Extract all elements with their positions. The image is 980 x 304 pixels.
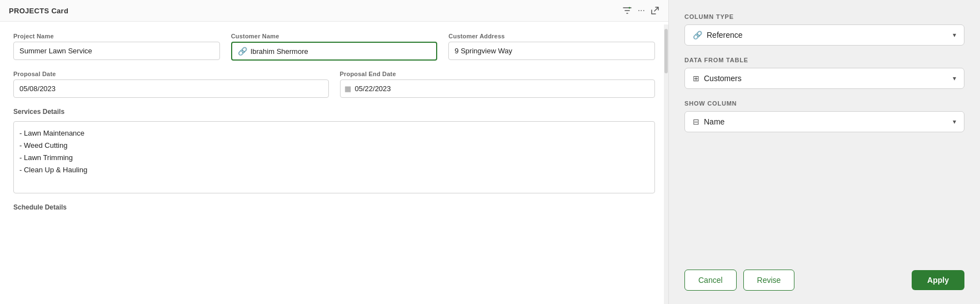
form-row-2: Proposal Date Proposal End Date ▦ [13, 71, 655, 98]
customer-name-label: Customer Name [231, 33, 438, 39]
name-grid-icon: ⊟ [693, 117, 699, 126]
show-column-value: Name [704, 117, 724, 126]
customer-name-input[interactable]: 🔗 Ibrahim Shermore [231, 42, 438, 61]
show-column-label: SHOW COLUMN [684, 100, 964, 107]
proposal-date-group: Proposal Date [13, 71, 329, 98]
data-from-dropdown-inner: ⊞ Customers [693, 74, 742, 83]
column-type-value: Reference [707, 31, 743, 39]
panel-title: PROJECTS Card [9, 7, 68, 15]
customer-name-group: Customer Name 🔗 Ibrahim Shermore [231, 33, 438, 61]
projects-card-panel: PROJECTS Card ··· Project Name [0, 0, 669, 304]
data-from-section: DATA FROM TABLE ⊞ Customers ▾ [684, 57, 964, 89]
show-column-section: SHOW COLUMN ⊟ Name ▾ [684, 100, 964, 132]
right-panel: COLUMN TYPE 🔗 Reference ▾ DATA FROM TABL… [669, 0, 980, 304]
show-column-chevron: ▾ [953, 118, 956, 126]
data-from-dropdown[interactable]: ⊞ Customers ▾ [684, 68, 964, 89]
panel-content: Project Name Customer Name 🔗 Ibrahim She… [0, 22, 668, 304]
more-options-icon[interactable]: ··· [638, 6, 645, 16]
calendar-icon: ▦ [344, 84, 351, 93]
column-type-dropdown-inner: 🔗 Reference [693, 31, 743, 39]
proposal-date-label: Proposal Date [13, 71, 329, 77]
project-name-group: Project Name [13, 33, 220, 61]
form-row-1: Project Name Customer Name 🔗 Ibrahim She… [13, 33, 655, 61]
customer-address-input[interactable] [448, 42, 655, 60]
column-type-section: COLUMN TYPE 🔗 Reference ▾ [684, 13, 964, 46]
proposal-end-date-label: Proposal End Date [340, 71, 656, 77]
schedule-label: Schedule Details [13, 203, 655, 211]
services-group: Services Details - Lawn Maintenance - We… [13, 108, 655, 193]
proposal-end-date-wrapper: ▦ [340, 79, 656, 98]
project-name-input[interactable] [13, 42, 220, 60]
apply-button[interactable]: Apply [912, 270, 964, 290]
customers-grid-icon: ⊞ [693, 74, 699, 83]
panel-header: PROJECTS Card ··· [0, 0, 668, 22]
reference-link-icon: 🔗 [693, 31, 702, 39]
data-from-chevron: ▾ [953, 74, 956, 82]
show-column-dropdown-inner: ⊟ Name [693, 117, 724, 126]
services-label: Services Details [13, 108, 655, 116]
revise-button[interactable]: Revise [743, 270, 795, 291]
scrollbar-track [664, 24, 668, 304]
link-icon: 🔗 [238, 47, 247, 56]
cancel-button[interactable]: Cancel [684, 270, 737, 291]
show-column-dropdown[interactable]: ⊟ Name ▾ [684, 111, 964, 132]
customer-name-value: Ibrahim Shermore [251, 47, 308, 56]
expand-icon[interactable] [651, 6, 659, 15]
project-name-label: Project Name [13, 33, 220, 39]
button-row: Cancel Revise Apply [684, 270, 964, 291]
customer-address-group: Customer Address [448, 33, 655, 61]
proposal-end-date-group: Proposal End Date ▦ [340, 71, 656, 98]
svg-point-0 [628, 7, 630, 9]
column-type-label: COLUMN TYPE [684, 13, 964, 20]
customer-address-label: Customer Address [448, 33, 655, 39]
header-icons: ··· [622, 6, 659, 16]
data-from-label: DATA FROM TABLE [684, 57, 964, 63]
column-type-dropdown[interactable]: 🔗 Reference ▾ [684, 24, 964, 46]
services-textarea[interactable]: - Lawn Maintenance - Weed Cutting - Lawn… [13, 121, 655, 193]
filter-icon[interactable] [622, 6, 632, 16]
proposal-date-input[interactable] [13, 79, 329, 98]
column-type-chevron: ▾ [953, 31, 956, 39]
scrollbar-thumb[interactable] [664, 29, 668, 73]
proposal-end-date-input[interactable] [340, 79, 656, 98]
customers-value: Customers [704, 74, 742, 83]
schedule-group: Schedule Details [13, 203, 655, 215]
